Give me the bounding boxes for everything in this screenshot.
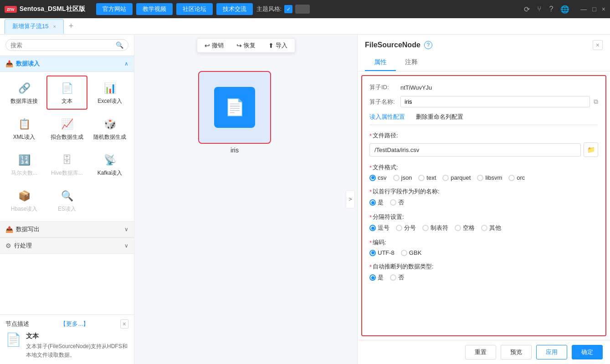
auto-infer-label: * 自动推断列的数据类型: — [369, 263, 598, 271]
format-libsvm[interactable]: libsvm — [477, 174, 502, 181]
nav-community-forum[interactable]: 社区论坛 — [176, 3, 213, 15]
panel-close-button[interactable]: × — [593, 40, 603, 50]
format-parquet[interactable]: parquet — [442, 174, 471, 181]
sep-tab[interactable]: 制表符 — [422, 224, 448, 232]
sub-tab-delete-rename[interactable]: 删除重命名列配置 — [416, 113, 463, 121]
item-random-data[interactable]: 🎲 随机数据生成 — [89, 111, 130, 146]
copy-icon[interactable]: ⧉ — [594, 98, 598, 106]
data-output-collapse-icon: ∨ — [124, 226, 128, 233]
sep-space-radio[interactable] — [455, 225, 461, 231]
format-orc[interactable]: orc — [508, 174, 525, 181]
globe-icon[interactable]: 🌐 — [560, 5, 569, 14]
nav-tutorial-video[interactable]: 教学视频 — [136, 3, 173, 15]
enc-gbk[interactable]: GBK — [401, 249, 421, 256]
format-text[interactable]: text — [418, 174, 436, 181]
item-kafka[interactable]: 📡 Kafka读入 — [89, 147, 130, 182]
minimize-button[interactable]: — — [580, 5, 587, 13]
infer-yes[interactable]: 是 — [369, 273, 384, 282]
sep-comma[interactable]: 逗号 — [369, 224, 390, 232]
format-text-label: text — [426, 174, 436, 181]
hbase-icon: 📦 — [16, 188, 32, 204]
nav-official-site[interactable]: 官方网站 — [96, 3, 133, 15]
search-input[interactable] — [10, 42, 113, 49]
redo-icon: ↪ — [236, 42, 242, 49]
redo-button[interactable]: ↪ 恢复 — [234, 40, 258, 51]
node-desc-icon: 📄 — [5, 332, 21, 359]
sep-other-radio[interactable] — [481, 225, 487, 231]
apply-button[interactable]: 应用 — [536, 345, 567, 359]
enc-gbk-radio[interactable] — [401, 250, 407, 256]
enc-utf8[interactable]: UTF-8 — [369, 249, 395, 256]
database-connect-label: 数据库连接 — [10, 97, 38, 105]
theme-checkbox[interactable]: ✓ — [284, 5, 292, 13]
file-path-row: 📁 — [369, 142, 598, 157]
format-json[interactable]: json — [393, 174, 412, 181]
item-markov: 🔢 马尔夫数... — [4, 147, 45, 182]
infer-no-radio[interactable] — [390, 274, 396, 281]
sep-other[interactable]: 其他 — [481, 224, 501, 232]
category-data-input-header[interactable]: 📥 数据读入 ∧ — [0, 56, 134, 72]
category-processing-header[interactable]: ⚙ 行处理 ∨ — [0, 238, 134, 254]
item-es: 🔍 ES读入 — [46, 183, 87, 217]
infer-no[interactable]: 否 — [390, 273, 404, 282]
import-button[interactable]: ⬆ 导入 — [266, 40, 290, 51]
branch-icon[interactable]: ⑂ — [537, 5, 542, 13]
format-json-radio[interactable] — [393, 175, 400, 181]
first-row-options: 是 否 — [369, 198, 598, 207]
infer-no-label: 否 — [398, 273, 404, 282]
file-format-options: csv json text parquet — [369, 174, 598, 181]
node-desc-close[interactable]: × — [120, 319, 128, 329]
item-database-connect[interactable]: 🔗 数据库连接 — [4, 76, 45, 110]
reset-button[interactable]: 重置 — [465, 345, 496, 359]
confirm-button[interactable]: 确定 — [572, 345, 603, 359]
first-row-yes[interactable]: 是 — [369, 198, 384, 207]
canvas-node-iris[interactable]: 📄 iris — [198, 71, 271, 154]
format-text-radio[interactable] — [418, 175, 425, 181]
enc-utf8-radio[interactable] — [369, 250, 376, 256]
required-star: * — [369, 132, 372, 139]
tab-properties[interactable]: 属性 — [365, 55, 396, 71]
format-parquet-radio[interactable] — [442, 175, 449, 181]
theme-dark-button[interactable] — [295, 5, 310, 14]
sep-semicolon[interactable]: 分号 — [396, 224, 416, 232]
file-path-input[interactable] — [369, 143, 581, 157]
first-row-no-radio[interactable] — [390, 199, 396, 206]
file-browse-button[interactable]: 📁 — [584, 142, 598, 157]
category-data-output-header[interactable]: 📤 数据写出 ∨ — [0, 221, 134, 238]
item-fit-data[interactable]: 📈 拟合数据生成 — [46, 111, 87, 146]
sep-semicolon-radio[interactable] — [396, 225, 402, 231]
sep-comma-radio[interactable] — [369, 225, 376, 231]
first-row-yes-radio[interactable] — [369, 199, 376, 206]
algo-name-input[interactable] — [400, 96, 590, 107]
maximize-button[interactable]: □ — [592, 5, 596, 13]
close-button[interactable]: × — [602, 5, 605, 13]
markov-icon: 🔢 — [16, 152, 32, 168]
tab-flow-1[interactable]: 新增算子流15 × — [5, 19, 64, 34]
node-box: 📄 — [198, 71, 271, 144]
undo-button[interactable]: ↩ 撤销 — [202, 40, 226, 51]
preview-button[interactable]: 预览 — [501, 345, 532, 359]
tab-add-button[interactable]: + — [66, 21, 77, 32]
tab-close-icon[interactable]: × — [53, 24, 56, 29]
format-csv[interactable]: csv — [369, 174, 387, 181]
item-xml[interactable]: 📋 XML读入 — [4, 111, 45, 146]
format-orc-radio[interactable] — [508, 175, 515, 181]
item-text[interactable]: 📄 文本 — [46, 76, 87, 110]
first-row-no[interactable]: 否 — [390, 198, 404, 207]
nav-tech-exchange[interactable]: 技术交流 — [216, 3, 253, 15]
help-icon[interactable]: ? — [549, 5, 553, 13]
refresh-icon[interactable]: ⟳ — [524, 5, 530, 14]
sep-tab-radio[interactable] — [422, 225, 429, 231]
item-excel[interactable]: 📊 Excel读入 — [89, 76, 130, 110]
canvas-expand-button[interactable]: > — [346, 190, 355, 208]
format-libsvm-radio[interactable] — [477, 175, 483, 181]
fit-data-icon: 📈 — [59, 116, 75, 132]
panel-help-icon[interactable]: ? — [424, 41, 432, 49]
infer-yes-radio[interactable] — [369, 274, 376, 281]
tab-comments[interactable]: 注释 — [396, 55, 427, 71]
sep-space[interactable]: 空格 — [455, 224, 475, 232]
sub-tab-read-config[interactable]: 读入属性配置 — [369, 113, 405, 121]
search-icon: 🔍 — [116, 41, 123, 49]
node-desc-more[interactable]: 【更多...】 — [60, 320, 89, 328]
format-csv-radio[interactable] — [369, 175, 376, 181]
